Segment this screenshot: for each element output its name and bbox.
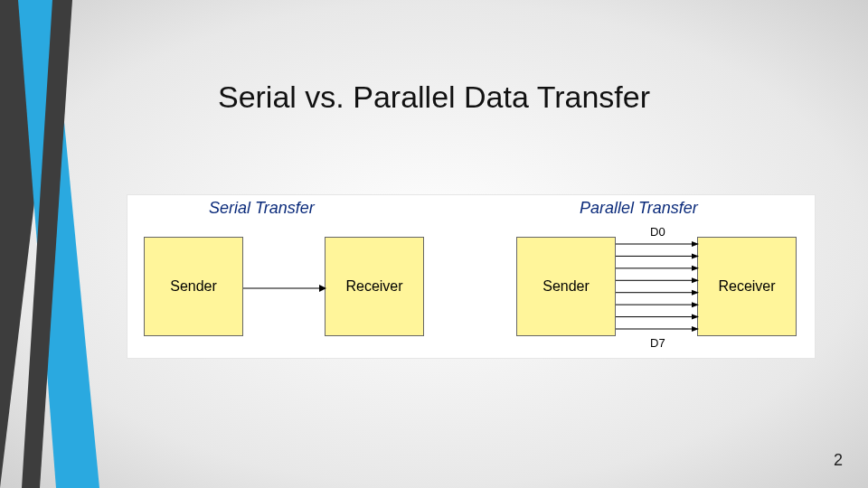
svg-marker-0 (0, 0, 59, 488)
parallel-receiver-block: Receiver (697, 237, 797, 336)
serial-receiver-block: Receiver (325, 237, 424, 336)
parallel-d7-label: D7 (650, 336, 665, 350)
slide-title: Serial vs. Parallel Data Transfer (0, 80, 868, 115)
svg-marker-4 (319, 285, 326, 292)
svg-marker-14 (692, 290, 699, 296)
slide-accent (0, 0, 127, 488)
svg-marker-2 (22, 0, 72, 488)
svg-marker-6 (692, 241, 699, 247)
parallel-d0-label: D0 (650, 225, 665, 239)
svg-marker-8 (692, 253, 699, 258)
parallel-receiver-label: Receiver (718, 278, 775, 295)
serial-sender-block: Sender (144, 237, 243, 336)
serial-sender-label: Sender (170, 278, 217, 295)
parallel-heading: Parallel Transfer (580, 199, 698, 218)
serial-receiver-label: Receiver (345, 278, 402, 295)
parallel-sender-label: Sender (542, 278, 590, 295)
parallel-bus (616, 237, 699, 336)
serial-wire (243, 284, 326, 293)
diagram-area: Serial Transfer Sender Receiver Parallel… (127, 194, 816, 359)
svg-marker-18 (692, 314, 699, 320)
svg-marker-1 (18, 0, 99, 488)
svg-marker-12 (692, 277, 699, 283)
serial-heading: Serial Transfer (209, 199, 315, 218)
parallel-sender-block: Sender (516, 237, 616, 336)
svg-marker-20 (692, 326, 699, 332)
svg-marker-16 (692, 302, 699, 307)
svg-marker-10 (692, 266, 699, 271)
page-number: 2 (834, 451, 843, 470)
